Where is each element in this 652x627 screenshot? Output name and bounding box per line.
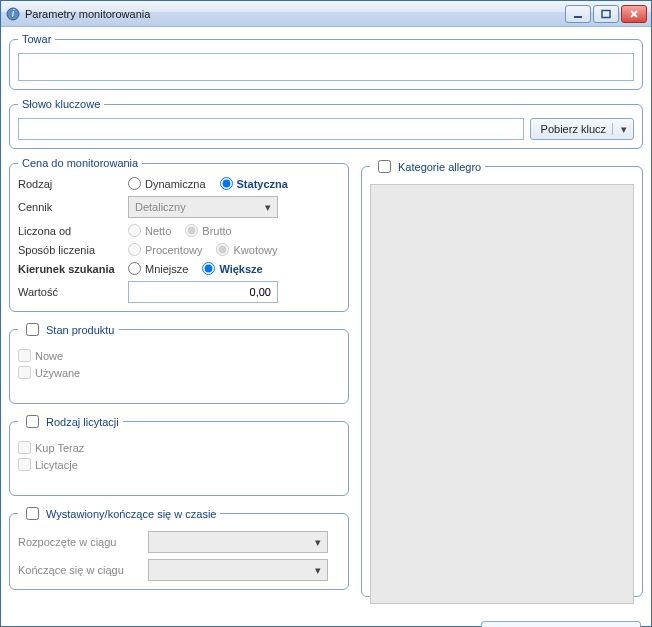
save-button[interactable]: Zapisz [481,621,641,627]
radio-mniejsze[interactable]: Mniejsze [128,262,188,275]
rozpoczete-select[interactable]: ▾ [148,531,328,553]
fetch-key-label: Pobierz klucz [541,123,606,135]
cennik-value: Detaliczny [135,201,186,213]
konczace-label: Kończące się w ciągu [18,564,148,576]
towar-group: Towar [9,33,643,90]
chevron-down-icon: ▾ [313,536,323,549]
czas-toggle[interactable] [26,507,39,520]
svg-rect-3 [602,10,610,17]
stan-legend: Stan produktu [46,324,115,336]
window-title: Parametry monitorowania [25,8,565,20]
chevron-down-icon[interactable]: ▾ [619,123,629,136]
chevron-down-icon: ▾ [263,201,273,214]
cennik-label: Cennik [18,201,128,213]
keyword-legend: Słowo kluczowe [18,98,104,110]
licytacja-legend: Rodzaj licytacji [46,416,119,428]
radio-statyczna[interactable]: Statyczna [220,177,288,190]
sposob-label: Sposób liczenia [18,244,128,256]
kupteraz-checkbox[interactable] [18,441,31,454]
radio-procentowy[interactable]: Procentowy [128,243,202,256]
radio-kwotowy[interactable]: Kwotowy [216,243,277,256]
kategorie-group: Kategorie allegro [361,157,643,597]
price-group: Cena do monitorowania Rodzaj Dynamiczna … [9,157,349,312]
konczace-select[interactable]: ▾ [148,559,328,581]
radio-dynamiczna[interactable]: Dynamiczna [128,177,206,190]
fetch-key-button[interactable]: Pobierz klucz ▾ [530,118,634,140]
chevron-down-icon: ▾ [313,564,323,577]
separator [612,123,613,135]
stan-group: Stan produktu Nowe Używane [9,320,349,404]
radio-wieksze[interactable]: Większe [202,262,262,275]
licytacje-checkbox[interactable] [18,458,31,471]
price-legend: Cena do monitorowania [18,157,142,169]
radio-netto[interactable]: Netto [128,224,171,237]
close-button[interactable] [621,5,647,23]
licytacja-toggle[interactable] [26,415,39,428]
uzywane-checkbox[interactable] [18,366,31,379]
licytacja-group: Rodzaj licytacji Kup Teraz Licytacje [9,412,349,496]
maximize-button[interactable] [593,5,619,23]
app-icon: i [5,6,21,22]
kategorie-legend: Kategorie allegro [398,161,481,173]
titlebar: i Parametry monitorowania [1,1,651,27]
rodzaj-label: Rodzaj [18,178,128,190]
wartosc-label: Wartość [18,286,128,298]
kierunek-label: Kierunek szukania [18,263,128,275]
liczonaod-label: Liczona od [18,225,128,237]
stan-toggle[interactable] [26,323,39,336]
keyword-input[interactable] [18,118,524,140]
wartosc-input[interactable]: 0,00 [128,281,278,303]
nowe-checkbox[interactable] [18,349,31,362]
cennik-select[interactable]: Detaliczny ▾ [128,196,278,218]
window: i Parametry monitorowania Towar Słowo kl… [0,0,652,627]
rozpoczete-label: Rozpoczęte w ciągu [18,536,148,548]
kategorie-list[interactable] [370,184,634,604]
towar-input[interactable] [18,53,634,81]
kategorie-toggle[interactable] [378,160,391,173]
czas-group: Wystawiony/kończące się w czasie Rozpocz… [9,504,349,590]
minimize-button[interactable] [565,5,591,23]
keyword-group: Słowo kluczowe Pobierz klucz ▾ [9,98,643,149]
czas-legend: Wystawiony/kończące się w czasie [46,508,216,520]
towar-legend: Towar [18,33,55,45]
radio-brutto[interactable]: Brutto [185,224,231,237]
svg-rect-2 [574,16,582,18]
